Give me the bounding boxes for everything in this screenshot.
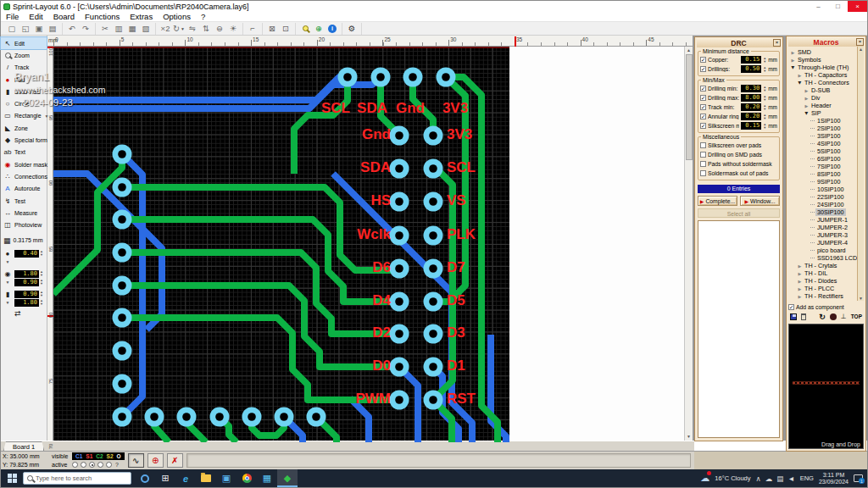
canvas-outside-board[interactable] [509, 47, 684, 441]
lock-icon[interactable]: ⊠ [265, 23, 279, 35]
cortana-icon[interactable] [135, 469, 155, 487]
expand-icon[interactable]: ▶ [797, 271, 803, 276]
taskbar-clock[interactable]: 3:11 PM23/09/2024 [819, 472, 849, 485]
drc-close-icon[interactable]: × [773, 39, 781, 47]
macro-tree-item[interactable]: ▶TH - Resistors [790, 300, 856, 301]
copy-icon[interactable]: ▥ [112, 23, 125, 35]
macro-tree-item[interactable]: 1SIP100 [790, 117, 856, 125]
expand-icon[interactable]: ▶ [797, 73, 803, 78]
macro-tree-item[interactable]: ▶TH - Crytals [790, 262, 856, 269]
expand-icon[interactable]: ▶ [804, 96, 810, 101]
grid-button[interactable]: ▦0.3175 mm [1, 236, 47, 246]
collapse-icon[interactable]: ▶ [791, 64, 796, 70]
macro-tree-item[interactable]: ▶TH - Capacitors [790, 71, 856, 79]
pcb-label[interactable]: VS [447, 192, 466, 208]
layer-chip-s1[interactable]: S1 [86, 453, 92, 459]
board-tab[interactable]: Board 1 [3, 441, 44, 451]
macro-tree-item[interactable]: 8SIP100 [790, 170, 856, 178]
pcb-label[interactable]: SDA [357, 100, 387, 116]
delete-icon[interactable]: ▧ [139, 23, 153, 35]
weather-text[interactable]: 16°C Cloudy [715, 474, 750, 482]
expand-icon[interactable]: ▶ [797, 279, 803, 284]
checkbox[interactable]: ✓ [700, 66, 706, 72]
pcb-label[interactable]: RST [447, 391, 476, 407]
layer-chip-c1[interactable]: C1 [75, 453, 82, 459]
menu-?[interactable]: ? [196, 12, 210, 21]
volume-icon[interactable]: ◄ [787, 474, 794, 483]
drc-value-field[interactable]: 0.15 [741, 122, 761, 130]
checkbox[interactable] [700, 161, 706, 167]
close-button[interactable]: × [848, 1, 867, 12]
drc-results-list[interactable] [698, 220, 780, 438]
pcb-label[interactable]: D0 [372, 358, 391, 374]
pcb-label[interactable]: PWM [355, 391, 391, 407]
expand-icon[interactable]: ▶ [797, 294, 803, 299]
collapse-icon[interactable]: ▶ [804, 110, 810, 116]
pcb-board[interactable]: SCLSDAGnd3V3Gnd3V3SDASCLHSVSWclkPLKD6D7D… [53, 47, 509, 441]
checkbox[interactable]: ✓ [700, 114, 706, 119]
macro-tree-item[interactable]: ▶D-SUB [790, 86, 856, 94]
scroll-down-icon[interactable]: ▼ [859, 296, 863, 301]
macro-tree-item[interactable]: 7SIP100 [790, 163, 856, 170]
macro-tree-item[interactable]: pico board [790, 247, 856, 254]
tool-pad[interactable]: ●Pad [1, 74, 47, 86]
drc-value-field[interactable]: 0.20 [741, 113, 761, 120]
print-icon[interactable]: ▤ [46, 23, 59, 35]
drc-select-all-button[interactable]: Select all [698, 208, 780, 218]
pcb-trace-copper-top[interactable] [122, 318, 396, 400]
macro-tree-item[interactable]: ▶TH - Diodes [790, 277, 856, 285]
macro-tree-item[interactable]: ▶Header [790, 102, 856, 109]
macros-close-icon[interactable]: × [856, 38, 864, 46]
macro-tree-item[interactable]: JUMPER-4 [790, 239, 856, 247]
zoom-tool-icon[interactable] [298, 23, 312, 35]
macro-tree-item[interactable]: ▶SMD [790, 48, 856, 56]
drc-value-field[interactable]: 8.00 [741, 94, 761, 102]
pcb-label[interactable]: SCL [447, 159, 476, 175]
edge-icon[interactable]: e [175, 469, 196, 487]
scroll-up-icon[interactable]: ▲ [859, 47, 863, 52]
menu-options[interactable]: Options [158, 12, 196, 21]
unlock-icon[interactable]: ⊡ [279, 23, 292, 35]
paste-icon[interactable]: ▦ [125, 23, 139, 35]
settings-gear-icon[interactable]: ⚙ [345, 23, 359, 35]
macro-tree-item[interactable]: JUMPER-3 [790, 231, 856, 239]
scrollbar-thumb[interactable] [686, 54, 693, 160]
active-layer-radio-c2[interactable] [89, 462, 95, 468]
notification-center-icon[interactable]: 1 [854, 474, 863, 482]
pcb-label[interactable]: D2 [372, 324, 391, 341]
network-icon[interactable]: ▤ [776, 474, 783, 483]
pcb-label[interactable]: D1 [447, 358, 465, 374]
new-icon[interactable]: ▢ [5, 23, 19, 35]
pcb-label[interactable]: D4 [372, 292, 391, 308]
tool-connections[interactable]: ∴Connections [1, 170, 47, 182]
expand-icon[interactable]: ▶ [797, 286, 803, 291]
pcb-label[interactable]: SCL [321, 100, 350, 116]
crosshair-icon[interactable]: ⊕ [312, 23, 326, 35]
macro-tree-item[interactable]: ▶TH - DIL [790, 269, 856, 277]
layer-visibility-chips[interactable]: C1S1C2S2O [72, 452, 125, 460]
pad-preview-icon[interactable] [830, 313, 837, 320]
drc-entries-bar[interactable]: 0 Entries [698, 185, 780, 193]
menu-board[interactable]: Board [48, 12, 80, 21]
weather-icon[interactable]: ☁ [700, 473, 709, 484]
tool-autoroute[interactable]: AAutoroute [1, 183, 47, 195]
scroll-up-icon[interactable]: ▲ [687, 47, 691, 54]
open-icon[interactable]: ◱ [19, 23, 32, 35]
spinner[interactable]: ▲▼ [40, 279, 43, 286]
undo-icon[interactable]: ↶ [65, 23, 79, 35]
pcb-label[interactable]: SDA [360, 159, 391, 175]
delete-macro-icon[interactable] [801, 313, 806, 320]
vertical-scrollbar[interactable]: ▲ ▼ [684, 47, 693, 441]
scroll-down-icon[interactable]: ▼ [687, 433, 691, 441]
tool-track[interactable]: /Track [1, 62, 47, 74]
refresh-icon[interactable]: ↻ [819, 313, 826, 321]
macro-tree-item[interactable]: JUMPER-1 [790, 216, 856, 224]
expand-icon[interactable]: ▶ [790, 50, 796, 55]
mirror-horizontal-icon[interactable]: ⇋ [186, 23, 199, 35]
pcb-label[interactable]: 3V3 [442, 100, 468, 116]
delete-mode-button[interactable]: ✗ [167, 453, 183, 468]
layer-chip-o[interactable]: O [117, 453, 121, 459]
menu-functions[interactable]: Functions [80, 12, 125, 21]
rotate-icon[interactable]: ↻▼ [172, 23, 186, 35]
smd-width-field[interactable]: 0.90 [14, 291, 39, 298]
